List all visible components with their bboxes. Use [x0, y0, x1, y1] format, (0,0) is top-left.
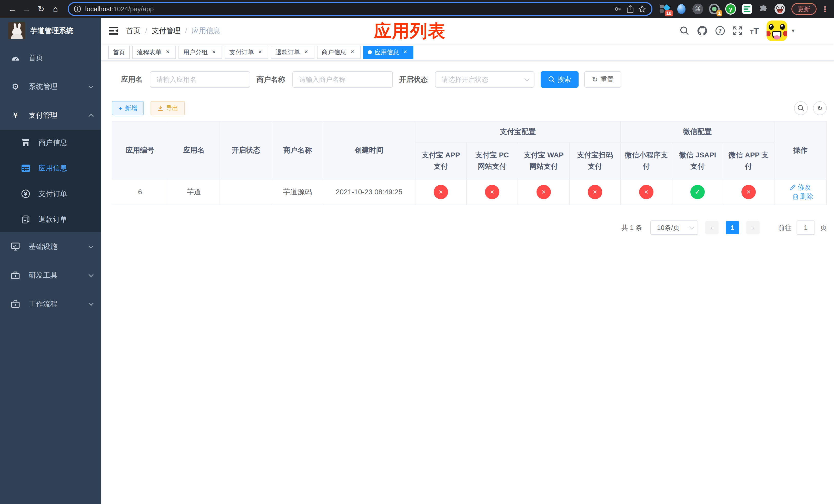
sidebar-collapse-icon[interactable] — [101, 27, 126, 35]
browser-home-icon[interactable]: ⌂ — [48, 4, 63, 14]
goto-page-input[interactable] — [796, 221, 815, 235]
chevron-down-icon — [689, 224, 694, 229]
browser-update-button[interactable]: 更新 — [791, 3, 816, 15]
sidebar-item-pay-orders[interactable]: ¥ 支付订单 — [0, 181, 101, 207]
sidebar-item-app-info[interactable]: 应用信息 — [0, 155, 101, 181]
address-bar[interactable]: localhost:1024/pay/app — [68, 2, 653, 16]
refresh-button[interactable]: ↻ — [813, 101, 827, 115]
col-alipay-qr: 支付宝扫码支付 — [570, 142, 620, 179]
cell-merchant-name: 芋道源码 — [272, 179, 323, 205]
chevron-down-icon — [88, 243, 94, 248]
table-row: 6 芋道 芋道源码 2021-10-23 08:49:25 × × × × × … — [112, 179, 827, 205]
delete-link[interactable]: 删除 — [793, 192, 813, 201]
col-wechat-mini: 微信小程序支付 — [620, 142, 672, 179]
app-name-input[interactable] — [150, 71, 250, 88]
sidebar-item-payment[interactable]: ￥ 支付管理 — [0, 101, 101, 130]
site-info-icon[interactable] — [74, 5, 81, 13]
close-icon[interactable]: × — [402, 49, 409, 56]
close-icon[interactable]: × — [303, 49, 310, 56]
app-title: 芋道管理系统 — [30, 26, 73, 36]
merchant-name-input[interactable] — [292, 71, 393, 88]
browser-back-icon[interactable]: ← — [5, 4, 20, 14]
tab-refund-orders[interactable]: 退款订单× — [271, 46, 314, 59]
tab-pay-orders[interactable]: 支付订单× — [225, 46, 268, 59]
breadcrumb: 首页 / 支付管理 / 应用信息 — [126, 26, 221, 36]
extension-command-icon[interactable]: ⌘ — [693, 4, 703, 14]
table-toolbar: + 新增 导出 ↻ — [112, 101, 827, 115]
close-icon[interactable]: × — [257, 49, 264, 56]
extension-y-icon[interactable]: y — [725, 4, 736, 14]
tab-home[interactable]: 首页 — [108, 46, 130, 59]
top-navbar: 首页 / 支付管理 / 应用信息 ? — [101, 18, 834, 44]
extension-notes-icon[interactable] — [742, 4, 752, 14]
close-icon[interactable]: × — [349, 49, 356, 56]
sidebar-logo[interactable]: 芋道管理系统 — [0, 18, 101, 44]
col-alipay-app: 支付宝 APP 支付 — [415, 142, 466, 179]
export-button[interactable]: 导出 — [151, 101, 185, 115]
extension-recorder-icon[interactable]: 1 — [709, 4, 720, 14]
next-page-button[interactable]: › — [746, 221, 760, 234]
col-alipay-pc: 支付宝 PC 网站支付 — [466, 142, 518, 179]
extension-diamond-icon[interactable]: 10 — [660, 4, 671, 14]
page-size-select[interactable]: 10条/页 — [650, 221, 698, 235]
search-icon[interactable] — [680, 26, 689, 36]
sidebar-item-merchant-info[interactable]: 商户信息 — [0, 130, 101, 155]
chevron-up-icon — [88, 114, 94, 119]
col-group-alipay: 支付宝配置 — [415, 121, 620, 142]
tab-merchant-info[interactable]: 商户信息× — [317, 46, 360, 59]
browser-forward-icon[interactable]: → — [20, 4, 34, 14]
sidebar-item-system[interactable]: ⚙ 系统管理 — [0, 72, 101, 101]
alipay-app-status-icon: × — [434, 185, 448, 199]
col-app-id: 应用编号 — [112, 121, 168, 179]
help-icon[interactable]: ? — [715, 26, 725, 36]
page-number-button[interactable]: 1 — [726, 221, 739, 234]
extensions-puzzle-icon[interactable] — [758, 4, 769, 14]
password-key-icon[interactable] — [614, 5, 622, 13]
user-avatar[interactable] — [767, 21, 787, 41]
browser-reload-icon[interactable]: ↻ — [34, 4, 48, 14]
yen-circle-icon: ¥ — [20, 189, 31, 198]
tab-process-form[interactable]: 流程表单× — [132, 46, 176, 59]
logo-rabbit-image — [8, 22, 25, 39]
extensions-row: 10 ⌘ 1 y — [660, 4, 785, 14]
briefcase-icon — [9, 300, 22, 308]
bookmark-star-icon[interactable] — [638, 5, 646, 13]
tab-user-group[interactable]: 用户分组× — [178, 46, 222, 59]
page-title: 应用列表 — [374, 20, 446, 43]
sidebar-item-refund-orders[interactable]: 退款订单 — [0, 207, 101, 232]
browser-menu-icon[interactable]: ⋮ — [821, 5, 829, 14]
chevron-down-icon — [88, 301, 94, 306]
sidebar-item-home[interactable]: 首页 — [0, 44, 101, 72]
github-icon[interactable] — [697, 26, 707, 36]
alipay-qr-status-icon: × — [588, 185, 602, 199]
sidebar-item-dev-tools[interactable]: 研发工具 — [0, 261, 101, 290]
profile-avatar-icon[interactable] — [774, 4, 785, 14]
fullscreen-icon[interactable] — [733, 26, 743, 36]
reset-button[interactable]: ↻ 重置 — [584, 71, 621, 88]
cell-app-name: 芋道 — [168, 179, 220, 205]
breadcrumb-home[interactable]: 首页 — [126, 26, 140, 36]
font-size-icon[interactable]: TT — [750, 26, 759, 36]
close-icon[interactable]: × — [210, 49, 218, 56]
breadcrumb-payment[interactable]: 支付管理 — [152, 26, 180, 36]
toggle-search-button[interactable] — [794, 101, 808, 115]
search-button[interactable]: 搜索 — [541, 71, 578, 88]
avatar-caret-icon[interactable]: ▾ — [792, 27, 794, 34]
status-select[interactable]: 请选择开启状态 — [435, 71, 534, 88]
url-text: localhost:1024/pay/app — [85, 5, 610, 13]
monitor-icon — [9, 243, 22, 251]
share-icon[interactable] — [626, 5, 634, 13]
close-icon[interactable]: × — [164, 49, 171, 56]
table-grid-icon — [20, 165, 31, 172]
add-button[interactable]: + 新增 — [112, 101, 144, 115]
total-count: 共 1 条 — [621, 223, 642, 232]
prev-page-button[interactable]: ‹ — [705, 221, 719, 234]
tab-app-info[interactable]: 应用信息× — [363, 46, 413, 59]
app-table: 应用编号 应用名 开启状态 商户名称 创建时间 支付宝配置 微信配置 操作 支付… — [112, 121, 827, 205]
browser-toolbar: ← → ↻ ⌂ localhost:1024/pay/app 10 — [0, 0, 834, 18]
sidebar-item-workflow[interactable]: 工作流程 — [0, 290, 101, 318]
sidebar: 芋道管理系统 首页 ⚙ 系统管理 ￥ 支付管理 — [0, 18, 101, 504]
edit-link[interactable]: 修改 — [790, 183, 811, 192]
sidebar-item-infrastructure[interactable]: 基础设施 — [0, 232, 101, 261]
extension-balloon-icon[interactable] — [676, 4, 687, 14]
